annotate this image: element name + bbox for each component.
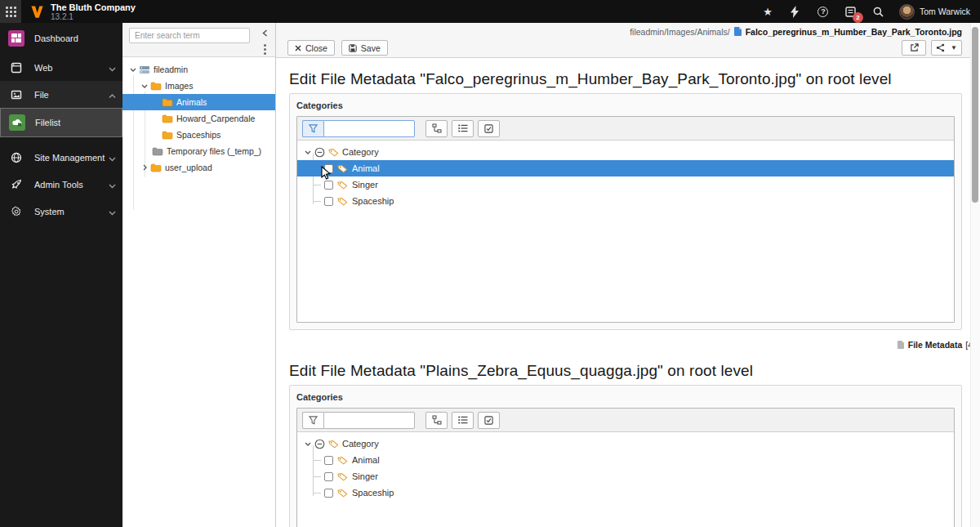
sidebar-item-site-management[interactable]: Site Management [0, 144, 122, 171]
list-view-icon[interactable] [452, 412, 474, 429]
breadcrumb-path[interactable]: fileadmin/Images/Animals/ [630, 27, 730, 37]
category-filter-input-1[interactable] [323, 120, 415, 137]
filelist-icon [9, 114, 25, 131]
category-root-row[interactable]: Category [297, 144, 954, 160]
tree-options-kebab-icon[interactable] [264, 44, 266, 55]
category-row-spaceship[interactable]: Spaceship [297, 485, 954, 501]
chevron-down-icon [109, 150, 116, 165]
collapse-minus-icon[interactable] [314, 147, 325, 158]
list-view-icon[interactable] [452, 120, 474, 137]
filter-funnel-icon[interactable] [302, 412, 323, 429]
breadcrumb-filename[interactable]: Falco_peregrinus_m_Humber_Bay_Park_Toron… [746, 27, 962, 37]
gear-icon [8, 203, 24, 220]
collapse-tree-icon[interactable] [262, 29, 268, 38]
toggle-expand-icon[interactable] [425, 412, 448, 429]
tree-node-spaceships[interactable]: Spaceships [122, 127, 275, 143]
tree-node-animals[interactable]: Animals [122, 94, 275, 110]
tag-icon [337, 489, 348, 498]
help-icon[interactable]: ? [816, 4, 831, 19]
sidebar-item-file[interactable]: File [0, 81, 122, 108]
category-root-row[interactable]: Category [297, 435, 954, 452]
collapse-minus-icon[interactable] [314, 439, 325, 449]
save-label: Save [361, 43, 381, 53]
scrollbar-thumb[interactable] [972, 27, 978, 203]
user-menu[interactable]: Tom Warwick [899, 4, 970, 20]
sidebar-item-dashboard[interactable]: Dashboard [0, 23, 122, 54]
clear-cache-bolt-icon[interactable] [788, 4, 803, 19]
chevron-down-icon [109, 204, 116, 219]
notification-badge: 2 [853, 12, 863, 23]
chevron-down-icon[interactable] [305, 442, 311, 446]
search-icon[interactable] [871, 4, 886, 19]
tree-node-images[interactable]: Images [122, 78, 275, 94]
categories-panel-1: Categories [289, 93, 962, 330]
category-label: Category [342, 439, 379, 449]
category-filter-input-2[interactable] [323, 412, 415, 429]
filter-funnel-icon[interactable] [302, 120, 323, 137]
tree-node-howard-carpendale[interactable]: Howard_Carpendale [122, 110, 275, 127]
sidebar-item-admin-tools[interactable]: Admin Tools [0, 171, 122, 198]
chevron-down-icon [109, 60, 116, 75]
animal-checkbox[interactable] [324, 456, 333, 465]
folder-temp-icon [152, 147, 163, 156]
sidebar-item-label: Dashboard [34, 33, 78, 43]
select-all-checkbox-icon[interactable] [478, 412, 500, 429]
sidebar-item-system[interactable]: System [0, 198, 122, 225]
sidebar-item-filelist[interactable]: Filelist [0, 108, 122, 137]
close-label: Close [305, 43, 327, 53]
category-label: Category [342, 147, 379, 157]
tree-node-user-upload[interactable]: user_upload [122, 159, 275, 176]
tag-icon [337, 164, 348, 173]
grid-icon [6, 7, 16, 17]
file-tree-panel: fileadmin Images Animals Howard_Carpenda… [122, 23, 276, 527]
record-info-label: File Metadata [908, 340, 963, 350]
category-row-singer[interactable]: Singer [297, 468, 954, 485]
spaceship-checkbox[interactable] [324, 489, 333, 498]
singer-checkbox[interactable] [324, 181, 333, 190]
chevron-down-icon[interactable] [140, 84, 149, 88]
page-title-1: Edit File Metadata "Falco_peregrinus_m_H… [289, 69, 980, 90]
category-tree-toolbar-2 [297, 409, 954, 432]
categories-label: Categories [296, 392, 955, 404]
tag-icon [337, 181, 348, 190]
category-row-animal[interactable]: Animal [297, 160, 954, 176]
user-name: Tom Warwick [920, 7, 970, 16]
sidebar-item-web[interactable]: Web [0, 54, 122, 81]
save-icon [349, 44, 357, 52]
category-label: Singer [352, 471, 378, 481]
tree-node-label: fileadmin [154, 65, 188, 74]
share-icon [936, 43, 945, 52]
category-row-spaceship[interactable]: Spaceship [297, 193, 954, 209]
close-button[interactable]: Close [287, 40, 335, 56]
tree-search-input[interactable] [129, 28, 250, 43]
content-area: fileadmin/Images/Animals/ Falco_peregrin… [276, 23, 980, 527]
folder-icon [162, 131, 173, 140]
sidebar-item-label: System [34, 207, 65, 217]
open-new-window-button[interactable] [902, 40, 926, 56]
select-all-checkbox-icon[interactable] [478, 120, 500, 137]
singer-checkbox[interactable] [324, 472, 333, 481]
chevron-down-icon[interactable] [305, 150, 311, 154]
tag-icon [337, 472, 348, 481]
categories-panel-2: Categories [289, 385, 962, 527]
tree-node-label: Howard_Carpendale [176, 114, 255, 123]
brand[interactable]: The Bluth Company 13.2.1 [21, 2, 136, 21]
scrollbar-track[interactable] [970, 23, 980, 527]
category-row-singer[interactable]: Singer [297, 176, 954, 193]
tree-node-fileadmin[interactable]: fileadmin [122, 61, 275, 78]
toggle-expand-icon[interactable] [425, 120, 448, 137]
chevron-down-icon[interactable] [129, 68, 137, 72]
save-button[interactable]: Save [341, 40, 388, 56]
bookmark-star-icon[interactable]: ★ [760, 4, 775, 19]
tree-node-label: Temporary files (_temp_) [167, 146, 261, 156]
tree-node-label: user_upload [165, 163, 212, 172]
module-menu-toggle[interactable] [0, 0, 21, 23]
system-information-icon[interactable]: 2 [844, 4, 858, 19]
category-row-animal[interactable]: Animal [297, 452, 954, 468]
spaceship-checkbox[interactable] [324, 197, 333, 206]
tree-node-label: Animals [176, 97, 207, 107]
topbar: The Bluth Company 13.2.1 ★ ? 2 Tom Warwi… [0, 0, 980, 23]
tree-node-temp[interactable]: Temporary files (_temp_) [122, 143, 275, 159]
chevron-right-icon[interactable] [140, 164, 149, 171]
share-button[interactable]: ▼ [931, 40, 962, 56]
